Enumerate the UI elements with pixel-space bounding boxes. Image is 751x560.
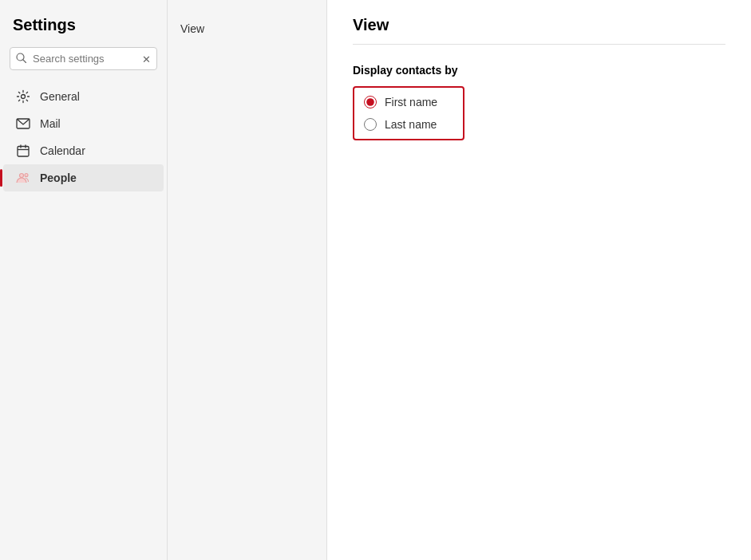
svg-rect-4 <box>18 147 29 157</box>
radio-option-last-name[interactable]: Last name <box>361 113 457 136</box>
sidebar-item-mail[interactable]: Mail <box>3 110 164 137</box>
search-input[interactable] <box>10 47 157 70</box>
middle-panel: View <box>168 0 327 560</box>
svg-point-9 <box>25 174 28 177</box>
section-label: Display contacts by <box>353 64 725 77</box>
radio-label-last-name: Last name <box>385 118 437 131</box>
gear-icon <box>16 89 30 104</box>
sidebar-item-people[interactable]: People <box>3 164 164 191</box>
sidebar-title: Settings <box>0 16 167 47</box>
search-clear-button[interactable]: ✕ <box>142 53 151 64</box>
sidebar-item-general[interactable]: General <box>3 83 164 110</box>
sidebar: Settings ✕ General Mail <box>0 0 168 560</box>
sidebar-item-calendar[interactable]: Calendar <box>3 137 164 164</box>
radio-input-last-name[interactable] <box>364 118 377 131</box>
mail-icon <box>16 116 30 131</box>
main-title: View <box>353 16 725 45</box>
sidebar-label-general: General <box>40 90 80 103</box>
middle-panel-title: View <box>168 16 326 41</box>
svg-point-8 <box>20 174 24 178</box>
calendar-icon <box>16 144 30 158</box>
radio-label-first-name: First name <box>385 96 437 108</box>
main-content: View Display contacts by First name Last… <box>327 0 751 560</box>
sidebar-label-calendar: Calendar <box>40 144 85 157</box>
people-icon <box>16 171 30 185</box>
radio-option-first-name[interactable]: First name <box>361 91 457 113</box>
sidebar-label-people: People <box>40 172 77 184</box>
svg-point-2 <box>22 95 26 99</box>
search-container: ✕ <box>10 47 157 70</box>
sidebar-label-mail: Mail <box>40 117 61 130</box>
radio-input-first-name[interactable] <box>364 96 377 108</box>
display-contacts-by-group: First name Last name <box>353 86 464 140</box>
